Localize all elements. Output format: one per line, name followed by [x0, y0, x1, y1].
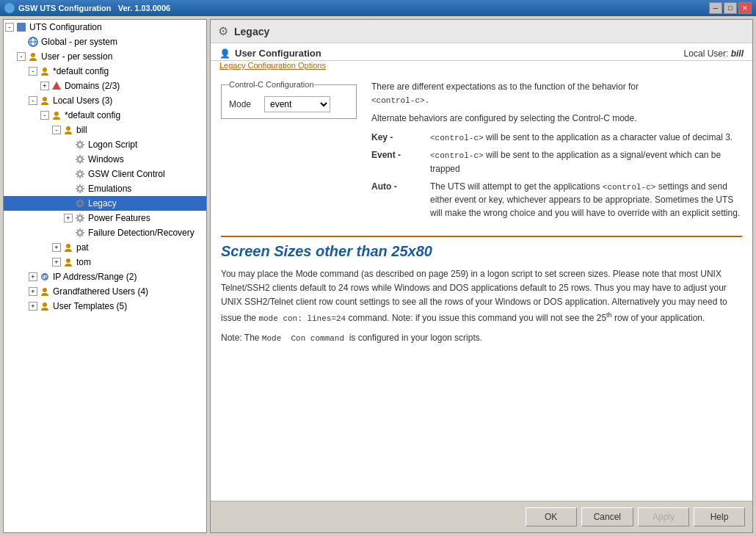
- control-c-legend: Control-C Configuration: [229, 80, 314, 89]
- user-config-bar: 👤 User Configuration Local User: bill: [211, 43, 752, 61]
- tree-toggle-pat[interactable]: +: [52, 243, 61, 252]
- tree-item-user-templates[interactable]: +User Templates (5): [4, 299, 206, 314]
- description-intro: There are different expectations as to t…: [371, 80, 742, 107]
- tree-item-windows[interactable]: Windows: [4, 152, 206, 167]
- svg-point-7: [43, 97, 47, 101]
- tree-icon-power-features: [74, 212, 86, 224]
- tree-item-tom[interactable]: +tom: [4, 255, 206, 269]
- tree-item-emulations[interactable]: Emulations: [4, 181, 206, 196]
- ok-button[interactable]: OK: [526, 507, 577, 526]
- apply-button[interactable]: Apply: [638, 507, 689, 526]
- tree-item-domains[interactable]: +Domains (2/3): [4, 79, 206, 93]
- tree-label-grandfathered: Grandfathered Users (4): [53, 285, 148, 298]
- tree-item-legacy[interactable]: Legacy: [4, 196, 206, 211]
- tree-toggle-ip-address[interactable]: +: [29, 272, 37, 281]
- tree-label-tom: tom: [76, 256, 91, 269]
- cancel-button[interactable]: Cancel: [581, 507, 633, 526]
- app-title: GSW UTS Configuration Ver. 1.03.0006: [18, 4, 170, 12]
- tree-toggle-power-features[interactable]: +: [64, 214, 73, 222]
- tree-icon-failure-detection: [74, 227, 86, 239]
- definitions-table: Key - <control-c> will be sent to the ap…: [371, 131, 742, 220]
- maximize-button[interactable]: □: [724, 2, 737, 14]
- mode-con-command: Mode Con command: [262, 334, 349, 343]
- tree-icon-default-config-top: [39, 65, 51, 77]
- screen-sizes-paragraph2: Note: The Mode Con command is configured…: [221, 331, 742, 346]
- tree-toggle-uts-config[interactable]: -: [5, 23, 14, 32]
- control-c-code: <control-c>.: [371, 96, 429, 105]
- tree-icon-logon-script: [74, 139, 86, 151]
- tree-item-bill[interactable]: -bill: [4, 123, 206, 137]
- tree-item-gsw-client-control[interactable]: GSW Client Control: [4, 167, 206, 181]
- tree-toggle-user-templates[interactable]: +: [29, 302, 37, 311]
- window-controls[interactable]: ─ □ ✕: [709, 2, 752, 14]
- minimize-button[interactable]: ─: [709, 2, 722, 14]
- tree-panel: -UTS ConfigurationGlobal - per system-Us…: [3, 19, 207, 533]
- tree-icon-windows: [74, 153, 86, 165]
- mode-select[interactable]: eventkeyauto: [264, 96, 330, 112]
- def-key-row: Key - <control-c> will be sent to the ap…: [371, 131, 742, 145]
- tree-label-bill: bill: [76, 123, 87, 137]
- tree-item-pat[interactable]: +pat: [4, 240, 206, 255]
- tree-icon-global: [27, 36, 39, 48]
- tree-toggle-default-config-top[interactable]: -: [29, 67, 37, 76]
- user-config-icon: 👤: [219, 48, 230, 59]
- mode-command: mode con: lines=24: [258, 314, 346, 323]
- svg-rect-0: [17, 23, 26, 32]
- tree-label-uts-config: UTS Configuration: [29, 21, 102, 34]
- tree-item-default-config-top[interactable]: -*default config: [4, 64, 206, 79]
- tree-label-user-templates: User Templates (5): [53, 300, 127, 313]
- svg-point-14: [78, 201, 82, 206]
- tree-icon-tom: [62, 256, 74, 268]
- close-button[interactable]: ✕: [738, 2, 752, 14]
- svg-point-9: [66, 126, 70, 131]
- tree-toggle-user[interactable]: -: [17, 52, 26, 61]
- tree-item-local-users[interactable]: -Local Users (3): [4, 93, 206, 108]
- tree-icon-user-templates: [39, 300, 51, 312]
- tree-item-grandfathered[interactable]: +Grandfathered Users (4): [4, 284, 206, 299]
- tree-item-ip-address[interactable]: +IPIP Address/Range (2): [4, 269, 206, 284]
- tree-item-logon-script[interactable]: Logon Script: [4, 137, 206, 152]
- tree-label-global: Global - per system: [41, 35, 117, 48]
- tree-item-uts-config[interactable]: -UTS Configuration: [4, 20, 206, 35]
- help-button[interactable]: Help: [694, 507, 745, 526]
- svg-point-21: [43, 288, 47, 292]
- svg-point-18: [66, 258, 70, 263]
- svg-point-16: [78, 231, 82, 235]
- tree-item-global[interactable]: Global - per system: [4, 35, 206, 49]
- tree-toggle-bill[interactable]: -: [52, 126, 61, 134]
- svg-point-4: [31, 53, 35, 57]
- svg-point-12: [78, 172, 82, 176]
- legacy-config-link[interactable]: Legacy Configuration Options: [211, 61, 752, 73]
- tree-label-domains: Domains (2/3): [65, 79, 120, 93]
- control-c-fieldset: Control-C Configuration Mode eventkeyaut…: [221, 80, 357, 119]
- tree-item-default-config[interactable]: -*default config: [4, 108, 206, 123]
- tree-label-logon-script: Logon Script: [88, 138, 137, 151]
- description-area: There are different expectations as to t…: [371, 80, 742, 224]
- tree-toggle-default-config[interactable]: -: [40, 111, 49, 120]
- tree-label-gsw-client-control: GSW Client Control: [88, 167, 165, 181]
- tree-item-power-features[interactable]: +Power Features: [4, 211, 206, 225]
- tree-icon-uts-config: [15, 21, 27, 33]
- panel-header: ⚙ Legacy: [211, 20, 752, 43]
- tree-item-failure-detection[interactable]: Failure Detection/Recovery: [4, 225, 206, 240]
- tree-icon-emulations: [74, 183, 86, 195]
- user-config-title: User Configuration: [235, 48, 321, 59]
- tree-label-default-config-top: *default config: [53, 65, 109, 78]
- tree-toggle-domains[interactable]: +: [40, 82, 49, 90]
- svg-marker-6: [52, 82, 61, 90]
- content-area: Control-C Configuration Mode eventkeyaut…: [211, 73, 752, 501]
- tree-toggle-grandfathered[interactable]: +: [29, 287, 37, 296]
- tree-item-user[interactable]: -User - per session: [4, 49, 206, 64]
- svg-point-11: [78, 157, 82, 162]
- tree-toggle-local-users[interactable]: -: [29, 96, 37, 105]
- tree-toggle-tom[interactable]: +: [52, 258, 61, 267]
- screen-sizes-heading: Screen Sizes other than 25x80: [221, 243, 742, 260]
- section-divider: [221, 236, 742, 237]
- tree-label-legacy: Legacy: [88, 197, 117, 210]
- tree-label-user: User - per session: [41, 50, 112, 63]
- def-auto-row: Auto - The UTS will attempt to get the a…: [371, 180, 742, 220]
- tree-label-default-config: *default config: [65, 109, 120, 122]
- tree-icon-domains: [51, 80, 62, 92]
- tree-icon-default-config: [51, 109, 62, 121]
- local-user-label: Local User:: [684, 48, 729, 59]
